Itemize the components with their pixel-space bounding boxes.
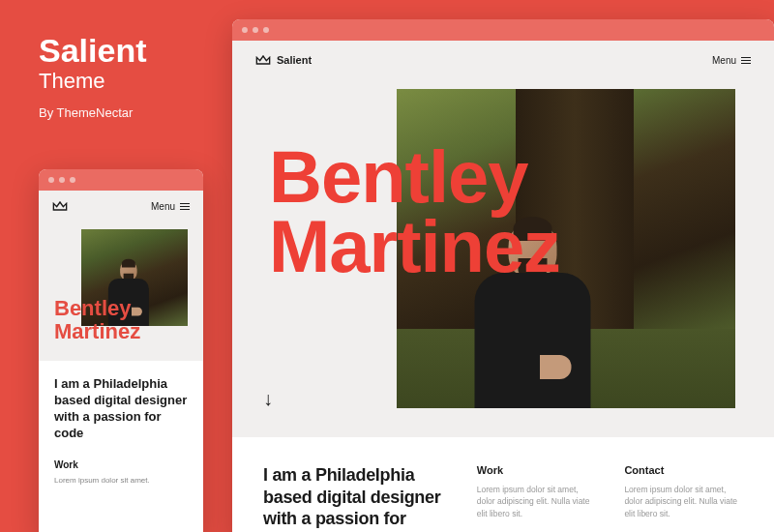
crown-icon xyxy=(255,54,271,66)
site-logo-mobile[interactable] xyxy=(52,200,68,212)
mobile-preview-window: Menu Bentley Martinez I am a Philadelphi… xyxy=(39,169,203,532)
traffic-light-dot xyxy=(59,177,65,183)
traffic-light-dot xyxy=(263,27,269,33)
promo-title: Salient xyxy=(39,34,146,67)
menu-label: Menu xyxy=(712,55,736,66)
traffic-light-dot xyxy=(242,27,248,33)
work-column: Work Lorem ipsum dolor sit amet, dolor a… xyxy=(477,464,596,532)
site-topbar: Salient Menu xyxy=(232,41,774,79)
hero-name-line2: Martinez xyxy=(54,320,188,343)
promo-block: Salient Theme By ThemeNectar xyxy=(39,34,146,120)
promo-subtitle: Theme xyxy=(39,69,146,94)
logo-text: Salient xyxy=(277,54,312,66)
hero-section: Bentley Martinez ↓ xyxy=(232,79,774,437)
window-titlebar xyxy=(39,169,203,191)
promo-author: By ThemeNectar xyxy=(39,105,146,120)
hero-name-line1: Bentley xyxy=(54,297,188,320)
hero-name: Bentley Martinez xyxy=(269,142,559,281)
menu-button-mobile[interactable]: Menu xyxy=(151,201,190,212)
traffic-light-dot xyxy=(48,177,54,183)
mobile-lower-content: I am a Philadelphia based digital design… xyxy=(39,361,203,532)
lower-content: I am a Philadelphia based digital design… xyxy=(232,437,774,532)
tagline-text: I am a Philadelphia based digital design… xyxy=(263,464,448,532)
hero-section-mobile: Bentley Martinez xyxy=(39,222,203,343)
work-heading-mobile: Work xyxy=(54,459,188,470)
tagline-block: I am a Philadelphia based digital design… xyxy=(263,464,448,532)
desktop-preview-window: Salient Menu Bentley Martinez ↓ I am a P… xyxy=(232,19,774,532)
hamburger-icon xyxy=(741,57,751,64)
contact-body: Lorem ipsum dolor sit amet, dolor adipis… xyxy=(624,484,743,519)
menu-label: Menu xyxy=(151,201,175,212)
scroll-down-icon[interactable]: ↓ xyxy=(263,388,273,410)
contact-column: Contact Lorem ipsum dolor sit amet, dolo… xyxy=(624,464,743,532)
work-body: Lorem ipsum dolor sit amet, dolor adipis… xyxy=(477,484,596,519)
hero-name-line2: Martinez xyxy=(269,212,559,281)
contact-heading: Contact xyxy=(624,464,743,476)
hero-name-line1: Bentley xyxy=(269,142,559,212)
work-body-mobile: Lorem ipsum dolor sit amet. xyxy=(54,476,188,486)
work-heading: Work xyxy=(477,464,596,476)
hamburger-icon xyxy=(180,203,190,210)
site-logo[interactable]: Salient xyxy=(255,54,312,66)
window-titlebar xyxy=(232,19,774,41)
site-topbar-mobile: Menu xyxy=(39,191,203,222)
menu-button[interactable]: Menu xyxy=(712,55,751,66)
crown-icon xyxy=(52,200,68,212)
traffic-light-dot xyxy=(70,177,75,183)
tagline-text-mobile: I am a Philadelphia based digital design… xyxy=(54,376,188,442)
hero-name-mobile: Bentley Martinez xyxy=(54,297,188,343)
traffic-light-dot xyxy=(253,27,258,33)
